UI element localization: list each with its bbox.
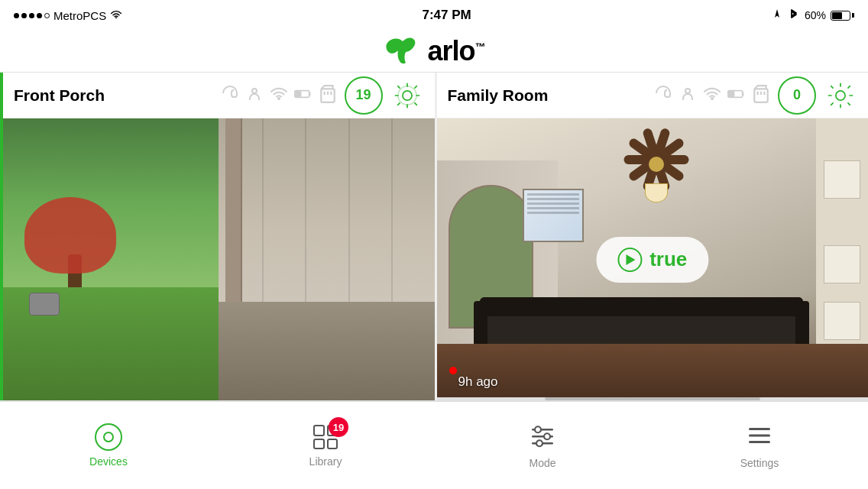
- svg-point-10: [397, 86, 416, 104]
- bottom-nav: Devices 19 Library: [0, 401, 868, 489]
- settings-icon: [746, 422, 773, 452]
- settings-btn-family-room[interactable]: [824, 79, 857, 112]
- lib-sq-1: [313, 425, 325, 436]
- nav-item-mode[interactable]: Mode: [434, 422, 651, 469]
- svg-rect-27: [749, 435, 770, 437]
- dot-4: [37, 13, 42, 18]
- app-header: arlo™: [0, 31, 868, 73]
- svg-point-9: [402, 90, 411, 99]
- camera-feed-front-porch[interactable]: [3, 118, 435, 400]
- nav-label-devices: Devices: [89, 455, 128, 468]
- signal-dots: [14, 13, 50, 18]
- arlo-logo: arlo™: [383, 35, 484, 67]
- svg-rect-14: [729, 91, 734, 96]
- svg-point-1: [252, 89, 257, 93]
- recording-dot: [449, 367, 457, 374]
- camera-name-family-room: Family Room: [448, 86, 647, 105]
- status-left: MetroPCS: [14, 8, 122, 23]
- svg-rect-4: [295, 91, 300, 96]
- bluetooth-icon: [788, 8, 800, 23]
- scroll-bar: [437, 397, 869, 400]
- camera-wifi-icon-fr: [703, 85, 721, 106]
- svg-point-19: [836, 90, 845, 99]
- svg-rect-5: [321, 89, 334, 102]
- camera-wifi-icon: [270, 85, 288, 106]
- scroll-thumb: [545, 397, 760, 400]
- live-label: true: [649, 248, 687, 271]
- carrier-label: MetroPCS: [53, 9, 106, 22]
- notification-badge-family-room[interactable]: 0: [778, 76, 816, 115]
- settings-btn-front-porch[interactable]: [390, 79, 424, 112]
- status-bar: MetroPCS 7:47 PM 60%: [0, 0, 868, 31]
- nav-item-devices[interactable]: Devices: [0, 423, 217, 468]
- camera-feed-family-room[interactable]: true 9h ago: [437, 118, 869, 400]
- notification-badge-front-porch[interactable]: 19: [345, 76, 383, 115]
- nav-item-library[interactable]: 19 Library: [217, 423, 434, 468]
- dot-3: [29, 13, 34, 18]
- library-icon: 19: [312, 423, 339, 451]
- nav-label-settings: Settings: [740, 457, 779, 469]
- svg-point-21: [535, 426, 541, 432]
- status-right: 60%: [771, 8, 854, 23]
- camera-battery-icon-fr: [727, 85, 746, 106]
- feed-right: [219, 118, 434, 400]
- library-badge: 19: [329, 417, 348, 437]
- svg-rect-26: [749, 428, 770, 430]
- lib-sq-4: [327, 439, 338, 450]
- dot-1: [14, 13, 19, 18]
- motion-icon-fr: [679, 85, 697, 106]
- status-time: 7:47 PM: [422, 8, 471, 23]
- audio-icon: [221, 85, 239, 106]
- feed-left: [3, 118, 219, 400]
- svg-rect-28: [749, 441, 770, 443]
- camera-grid: Front Porch: [0, 73, 868, 401]
- svg-point-25: [536, 440, 542, 446]
- dot-5: [44, 13, 50, 18]
- svg-point-12: [711, 98, 713, 99]
- svg-point-2: [278, 98, 280, 99]
- dot-2: [21, 13, 27, 18]
- sd-card-icon-fr: [752, 85, 770, 106]
- arlo-bird-icon: [383, 35, 423, 67]
- sd-card-icon: [319, 85, 337, 106]
- motion-icon: [245, 85, 264, 106]
- devices-icon: [95, 423, 122, 451]
- camera-panel-front-porch: Front Porch: [0, 73, 437, 400]
- battery-icon: [831, 11, 854, 21]
- arlo-logo-text: arlo™: [427, 35, 484, 67]
- camera-name-front-porch: Front Porch: [14, 86, 213, 105]
- svg-point-23: [544, 433, 550, 439]
- wifi-icon: [110, 8, 122, 23]
- camera-status-icons-family-room: [654, 85, 770, 106]
- lib-sq-3: [313, 439, 325, 450]
- svg-rect-15: [754, 89, 767, 102]
- live-button[interactable]: true: [596, 237, 708, 283]
- camera-header-front-porch: Front Porch: [3, 73, 435, 118]
- nav-label-library: Library: [309, 455, 342, 468]
- svg-point-0: [115, 17, 117, 18]
- nav-label-mode: Mode: [529, 457, 555, 469]
- audio-icon-fr: [654, 85, 672, 106]
- svg-point-11: [685, 89, 690, 93]
- live-play-icon: [617, 248, 642, 272]
- camera-status-icons-front-porch: [221, 85, 337, 106]
- nav-item-settings[interactable]: Settings: [651, 422, 868, 469]
- mode-icon: [529, 422, 556, 452]
- camera-battery-icon: [294, 85, 313, 106]
- camera-header-family-room: Family Room: [437, 73, 869, 118]
- location-icon: [771, 8, 783, 23]
- camera-timestamp: 9h ago: [448, 374, 498, 390]
- battery-percent: 60%: [805, 9, 826, 21]
- camera-panel-family-room: Family Room: [437, 73, 869, 400]
